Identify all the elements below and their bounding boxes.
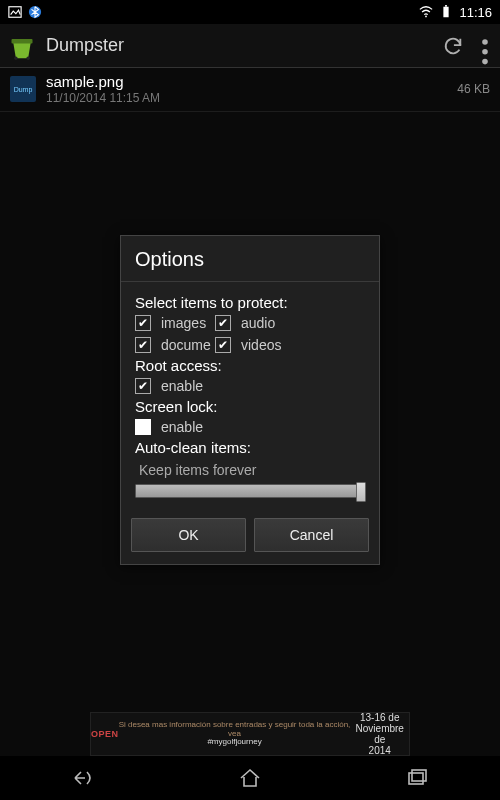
svg-point-6	[14, 56, 18, 60]
bluetooth-icon	[28, 5, 42, 19]
checkbox-documents[interactable]: docume	[135, 337, 215, 353]
action-bar: Dumpster	[0, 24, 500, 68]
svg-point-2	[426, 16, 428, 18]
cancel-button[interactable]: Cancel	[254, 518, 369, 552]
refresh-icon[interactable]	[442, 35, 464, 57]
file-name: sample.png	[46, 74, 457, 91]
overflow-menu-icon[interactable]	[478, 35, 492, 57]
svg-rect-5	[12, 39, 33, 43]
svg-point-7	[26, 56, 30, 60]
battery-icon	[439, 5, 453, 19]
ad-text: Si desea mas información sobre entradas …	[119, 721, 351, 747]
autoclean-slider[interactable]	[135, 484, 365, 498]
ok-button[interactable]: OK	[131, 518, 246, 552]
wifi-icon	[419, 5, 433, 19]
app-title: Dumpster	[46, 35, 442, 56]
checkbox-screenlock-enable[interactable]: enable	[135, 419, 203, 435]
checkbox-root-enable[interactable]: enable	[135, 378, 203, 394]
svg-point-9	[482, 49, 488, 55]
checkmark-icon	[215, 337, 231, 353]
status-time: 11:16	[459, 5, 492, 20]
checkmark-icon	[135, 315, 151, 331]
recents-button[interactable]	[403, 764, 431, 792]
status-bar: 11:16	[0, 0, 500, 24]
options-dialog: Options Select items to protect: images …	[120, 235, 380, 565]
checkbox-audio[interactable]: audio	[215, 315, 295, 331]
checkbox-videos[interactable]: videos	[215, 337, 295, 353]
checkbox-images[interactable]: images	[135, 315, 215, 331]
screenlock-label: Screen lock:	[135, 398, 365, 415]
checkmark-icon	[215, 315, 231, 331]
back-button[interactable]	[69, 764, 97, 792]
protect-label: Select items to protect:	[135, 294, 365, 311]
svg-rect-3	[444, 7, 449, 18]
autoclean-label: Auto-clean items:	[135, 439, 365, 456]
svg-point-10	[482, 58, 488, 64]
list-item[interactable]: Dump sample.png 11/10/2014 11:15 AM 46 K…	[0, 68, 500, 112]
root-label: Root access:	[135, 357, 365, 374]
svg-point-8	[482, 39, 488, 45]
checkmark-icon	[135, 337, 151, 353]
svg-rect-12	[412, 770, 426, 781]
file-size: 46 KB	[457, 82, 490, 96]
checkbox-empty-icon	[135, 419, 151, 435]
home-button[interactable]	[236, 764, 264, 792]
navigation-bar	[0, 756, 500, 800]
image-notif-icon	[8, 5, 22, 19]
checkmark-icon	[135, 378, 151, 394]
autoclean-value: Keep items forever	[139, 462, 365, 478]
svg-rect-11	[409, 773, 423, 784]
app-icon	[8, 32, 36, 60]
svg-rect-4	[446, 5, 448, 7]
modal-overlay: Options Select items to protect: images …	[0, 0, 500, 800]
ad-banner[interactable]: OPEN Si desea mas información sobre entr…	[90, 712, 410, 756]
slider-thumb[interactable]	[356, 482, 366, 502]
file-thumbnail: Dump	[10, 76, 36, 102]
ad-brand: OPEN	[91, 729, 119, 739]
file-date: 11/10/2014 11:15 AM	[46, 91, 457, 105]
ad-date: 13-16 de Noviembre de 2014	[350, 712, 409, 756]
dialog-title: Options	[121, 236, 379, 282]
